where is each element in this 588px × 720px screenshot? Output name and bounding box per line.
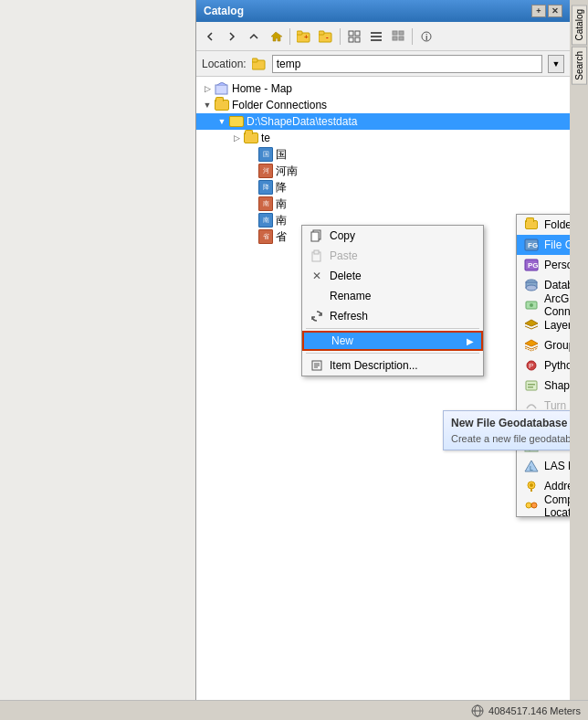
new-shapefile-icon bbox=[524, 378, 539, 393]
new-group-layer[interactable]: Group Layer bbox=[517, 335, 570, 355]
menu-new[interactable]: New ▶ bbox=[302, 331, 483, 351]
tree-item-cn3[interactable]: 降 降 bbox=[196, 179, 570, 196]
paste-icon bbox=[310, 249, 324, 263]
new-shapefile[interactable]: Shapefile... bbox=[517, 376, 570, 396]
svg-text:i: i bbox=[425, 33, 428, 42]
expand-shapepath[interactable]: ▼ bbox=[215, 114, 229, 129]
rename-icon bbox=[310, 289, 324, 303]
menu-item-description[interactable]: Item Description... bbox=[302, 355, 483, 376]
menu-delete[interactable]: ✕ Delete bbox=[302, 266, 483, 286]
menu-paste[interactable]: Paste bbox=[302, 246, 483, 266]
side-tabs: Catalog Search bbox=[570, 0, 588, 720]
cn4-icon: 南 bbox=[258, 196, 273, 211]
search-side-tab[interactable]: Search bbox=[572, 47, 587, 85]
shapepath-label: D:\ShapeData\testdata bbox=[247, 115, 357, 128]
menu-refresh[interactable]: Refresh bbox=[302, 306, 483, 326]
new-composite-address-locator[interactable]: Composite Address Locator... bbox=[517, 496, 570, 516]
expand-folder-connections[interactable]: ▼ bbox=[200, 98, 215, 112]
svg-rect-14 bbox=[399, 31, 404, 35]
tree-item-folder-connections[interactable]: ▼ Folder Connections bbox=[196, 97, 570, 113]
menu-delete-label: Delete bbox=[330, 270, 362, 282]
tree-item-shapepath[interactable]: ▼ D:\ShapeData\testdata bbox=[196, 113, 570, 130]
cn1-label: 国 bbox=[276, 147, 287, 163]
new-file-gdb[interactable]: FG File Geodatabase bbox=[517, 235, 570, 255]
new-layer-label: Layer... bbox=[544, 319, 570, 332]
new-db-conn-icon bbox=[524, 278, 539, 292]
home-button[interactable] bbox=[266, 26, 286, 47]
new-python-toolbox[interactable]: P Python Toolbox bbox=[517, 355, 570, 376]
new-folder[interactable]: Folder bbox=[517, 215, 570, 235]
back-button[interactable] bbox=[200, 26, 220, 47]
menu-rename[interactable]: Rename bbox=[302, 286, 483, 306]
toolbar-sep1 bbox=[289, 28, 290, 45]
list-view-button[interactable] bbox=[366, 26, 386, 47]
toolbar-sep3 bbox=[412, 28, 413, 45]
svg-rect-7 bbox=[355, 31, 360, 36]
svg-text:L: L bbox=[530, 465, 533, 471]
cn3-label: 降 bbox=[276, 180, 287, 196]
svg-rect-6 bbox=[349, 31, 353, 36]
refresh-icon bbox=[310, 309, 324, 323]
menu-item-desc-label: Item Description... bbox=[330, 359, 418, 372]
titlebar-controls: + ✕ bbox=[531, 5, 562, 17]
tooltip-title: New File Geodatabase bbox=[451, 417, 570, 429]
disconnect-button[interactable]: - bbox=[316, 26, 336, 47]
coordinate-display: 4084517.146 Meters bbox=[470, 704, 581, 718]
svg-rect-16 bbox=[399, 37, 404, 40]
svg-text:PG: PG bbox=[528, 261, 539, 270]
svg-rect-25 bbox=[314, 250, 319, 254]
tree-item-cn1[interactable]: 国 国 bbox=[196, 146, 570, 163]
svg-point-36 bbox=[526, 285, 537, 291]
new-personal-gdb[interactable]: PG Personal Geodatabase bbox=[517, 255, 570, 275]
new-layer[interactable]: Layer... bbox=[517, 315, 570, 335]
tooltip-box: New File Geodatabase Create a new file g… bbox=[443, 410, 570, 450]
location-input[interactable]: temp bbox=[272, 55, 542, 73]
tree-item-home-map[interactable]: ▷ Home - Map bbox=[196, 80, 570, 97]
delete-icon: ✕ bbox=[310, 269, 324, 283]
new-submenu: Folder FG File Geodatabase PG Personal G… bbox=[516, 214, 570, 517]
new-group-layer-icon bbox=[524, 338, 539, 353]
location-dropdown[interactable]: ▼ bbox=[548, 55, 564, 73]
connect-folder-button[interactable]: + bbox=[294, 26, 314, 47]
svg-point-55 bbox=[526, 503, 531, 508]
new-composite-addr-icon bbox=[524, 499, 539, 514]
menu-rename-label: Rename bbox=[330, 290, 371, 302]
menu-sep bbox=[306, 328, 479, 329]
shapepath-icon bbox=[229, 114, 244, 129]
location-bar: Location: temp ▼ bbox=[196, 51, 570, 77]
new-las-dataset[interactable]: L LAS Dataset bbox=[517, 456, 570, 476]
svg-rect-21 bbox=[215, 85, 227, 94]
tree-item-cn2[interactable]: 河 河南 bbox=[196, 163, 570, 179]
new-file-gdb-icon: FG bbox=[524, 238, 539, 252]
properties-button[interactable]: i bbox=[416, 26, 436, 47]
new-python-toolbox-label: Python Toolbox bbox=[544, 359, 570, 372]
new-server-conn-icon bbox=[524, 298, 539, 312]
tree-item-cn4[interactable]: 南 南 bbox=[196, 196, 570, 212]
svg-rect-41 bbox=[526, 381, 537, 390]
te-folder-icon bbox=[244, 131, 258, 145]
exp-cn5 bbox=[244, 213, 258, 228]
catalog-side-tab[interactable]: Catalog bbox=[572, 5, 587, 45]
close-button[interactable]: ✕ bbox=[548, 5, 562, 17]
globe-icon bbox=[470, 704, 485, 718]
new-server-connection[interactable]: ArcGIS Server Connection... bbox=[517, 295, 570, 315]
catalog-window: Catalog + ✕ + - bbox=[195, 0, 570, 720]
pin-button[interactable]: + bbox=[531, 5, 546, 17]
svg-text:FG: FG bbox=[528, 241, 538, 249]
svg-rect-43 bbox=[528, 386, 533, 388]
forward-button[interactable] bbox=[222, 26, 242, 47]
expand-te[interactable]: ▷ bbox=[229, 131, 244, 145]
new-file-gdb-label: File Geodatabase bbox=[544, 238, 570, 251]
menu-new-label: New bbox=[331, 334, 353, 347]
up-button[interactable] bbox=[244, 26, 264, 47]
expand-home-map[interactable]: ▷ bbox=[200, 81, 215, 96]
toolbar-sep2 bbox=[340, 28, 341, 45]
thumbnail-view-button[interactable] bbox=[388, 26, 408, 47]
menu-copy[interactable]: Copy bbox=[302, 226, 483, 246]
tree-item-te[interactable]: ▷ te bbox=[196, 130, 570, 146]
new-icon bbox=[311, 334, 326, 348]
svg-point-56 bbox=[531, 503, 537, 508]
new-server-conn-label: ArcGIS Server Connection... bbox=[544, 292, 570, 318]
new-address-locator-icon bbox=[524, 479, 539, 493]
grid-view-button[interactable] bbox=[344, 26, 364, 47]
